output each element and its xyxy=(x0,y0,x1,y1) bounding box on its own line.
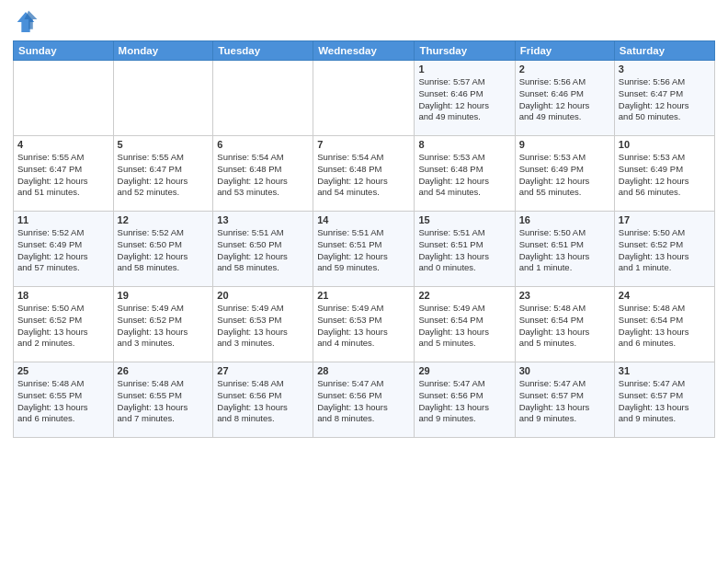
day-info: Sunrise: 5:48 AM Sunset: 6:55 PM Dayligh… xyxy=(17,378,109,425)
calendar-cell: 21Sunrise: 5:49 AM Sunset: 6:53 PM Dayli… xyxy=(313,287,415,362)
weekday-header: Friday xyxy=(515,41,614,61)
calendar-cell: 25Sunrise: 5:48 AM Sunset: 6:55 PM Dayli… xyxy=(14,362,114,438)
day-number: 23 xyxy=(519,290,610,301)
day-info: Sunrise: 5:57 AM Sunset: 6:46 PM Dayligh… xyxy=(418,76,510,123)
day-info: Sunrise: 5:48 AM Sunset: 6:54 PM Dayligh… xyxy=(519,303,610,350)
calendar-cell: 28Sunrise: 5:47 AM Sunset: 6:56 PM Dayli… xyxy=(313,362,415,438)
calendar-cell: 22Sunrise: 5:49 AM Sunset: 6:54 PM Dayli… xyxy=(415,287,515,362)
weekday-header: Monday xyxy=(113,41,213,61)
calendar-cell: 11Sunrise: 5:52 AM Sunset: 6:49 PM Dayli… xyxy=(14,212,114,287)
calendar-cell: 4Sunrise: 5:55 AM Sunset: 6:47 PM Daylig… xyxy=(14,136,114,212)
calendar-cell xyxy=(213,61,313,136)
day-number: 14 xyxy=(317,214,410,225)
day-info: Sunrise: 5:55 AM Sunset: 6:47 PM Dayligh… xyxy=(118,152,210,199)
day-info: Sunrise: 5:48 AM Sunset: 6:54 PM Dayligh… xyxy=(619,303,711,350)
calendar-cell xyxy=(313,61,415,136)
weekday-header: Saturday xyxy=(614,41,714,61)
day-info: Sunrise: 5:51 AM Sunset: 6:50 PM Dayligh… xyxy=(217,227,309,274)
calendar-cell: 20Sunrise: 5:49 AM Sunset: 6:53 PM Dayli… xyxy=(213,287,313,362)
day-number: 5 xyxy=(118,139,210,150)
day-info: Sunrise: 5:52 AM Sunset: 6:50 PM Dayligh… xyxy=(118,227,210,274)
day-number: 15 xyxy=(418,214,510,225)
calendar-table: SundayMondayTuesdayWednesdayThursdayFrid… xyxy=(13,40,715,438)
day-info: Sunrise: 5:49 AM Sunset: 6:53 PM Dayligh… xyxy=(317,303,410,350)
day-info: Sunrise: 5:53 AM Sunset: 6:49 PM Dayligh… xyxy=(519,152,610,199)
calendar-cell: 18Sunrise: 5:50 AM Sunset: 6:52 PM Dayli… xyxy=(14,287,114,362)
calendar-cell: 1Sunrise: 5:57 AM Sunset: 6:46 PM Daylig… xyxy=(415,61,515,136)
calendar-cell: 24Sunrise: 5:48 AM Sunset: 6:54 PM Dayli… xyxy=(614,287,714,362)
day-info: Sunrise: 5:51 AM Sunset: 6:51 PM Dayligh… xyxy=(317,227,410,274)
day-info: Sunrise: 5:49 AM Sunset: 6:54 PM Dayligh… xyxy=(418,303,510,350)
day-number: 10 xyxy=(619,139,711,150)
calendar-cell xyxy=(113,61,213,136)
day-number: 26 xyxy=(118,365,210,376)
day-number: 18 xyxy=(17,290,109,301)
day-number: 31 xyxy=(619,365,711,376)
day-number: 12 xyxy=(118,214,210,225)
day-number: 19 xyxy=(118,290,210,301)
day-info: Sunrise: 5:47 AM Sunset: 6:57 PM Dayligh… xyxy=(519,378,610,425)
day-number: 17 xyxy=(619,214,711,225)
calendar-cell: 19Sunrise: 5:49 AM Sunset: 6:52 PM Dayli… xyxy=(113,287,213,362)
day-info: Sunrise: 5:50 AM Sunset: 6:52 PM Dayligh… xyxy=(619,227,711,274)
day-info: Sunrise: 5:48 AM Sunset: 6:56 PM Dayligh… xyxy=(217,378,309,425)
day-number: 22 xyxy=(418,290,510,301)
weekday-header: Wednesday xyxy=(313,41,415,61)
logo-icon xyxy=(13,9,39,35)
day-info: Sunrise: 5:53 AM Sunset: 6:49 PM Dayligh… xyxy=(619,152,711,199)
weekday-header: Thursday xyxy=(415,41,515,61)
day-number: 3 xyxy=(619,63,711,75)
calendar-cell: 17Sunrise: 5:50 AM Sunset: 6:52 PM Dayli… xyxy=(614,212,714,287)
day-info: Sunrise: 5:48 AM Sunset: 6:55 PM Dayligh… xyxy=(118,378,210,425)
day-info: Sunrise: 5:47 AM Sunset: 6:57 PM Dayligh… xyxy=(619,378,711,425)
calendar-cell: 13Sunrise: 5:51 AM Sunset: 6:50 PM Dayli… xyxy=(213,212,313,287)
day-number: 16 xyxy=(519,214,610,225)
day-info: Sunrise: 5:54 AM Sunset: 6:48 PM Dayligh… xyxy=(317,152,410,199)
calendar-week-row: 11Sunrise: 5:52 AM Sunset: 6:49 PM Dayli… xyxy=(14,212,715,287)
calendar-cell: 8Sunrise: 5:53 AM Sunset: 6:48 PM Daylig… xyxy=(415,136,515,212)
calendar-cell: 31Sunrise: 5:47 AM Sunset: 6:57 PM Dayli… xyxy=(614,362,714,438)
day-number: 8 xyxy=(418,139,510,150)
day-info: Sunrise: 5:49 AM Sunset: 6:52 PM Dayligh… xyxy=(118,303,210,350)
calendar-cell: 9Sunrise: 5:53 AM Sunset: 6:49 PM Daylig… xyxy=(515,136,614,212)
day-number: 29 xyxy=(418,365,510,376)
page-header xyxy=(13,9,715,35)
day-info: Sunrise: 5:54 AM Sunset: 6:48 PM Dayligh… xyxy=(217,152,309,199)
day-number: 9 xyxy=(519,139,610,150)
day-info: Sunrise: 5:47 AM Sunset: 6:56 PM Dayligh… xyxy=(418,378,510,425)
day-info: Sunrise: 5:47 AM Sunset: 6:56 PM Dayligh… xyxy=(317,378,410,425)
day-number: 30 xyxy=(519,365,610,376)
day-info: Sunrise: 5:50 AM Sunset: 6:52 PM Dayligh… xyxy=(17,303,109,350)
day-info: Sunrise: 5:50 AM Sunset: 6:51 PM Dayligh… xyxy=(519,227,610,274)
calendar-cell: 30Sunrise: 5:47 AM Sunset: 6:57 PM Dayli… xyxy=(515,362,614,438)
calendar-week-row: 25Sunrise: 5:48 AM Sunset: 6:55 PM Dayli… xyxy=(14,362,715,438)
page-container: SundayMondayTuesdayWednesdayThursdayFrid… xyxy=(0,0,728,563)
calendar-cell: 3Sunrise: 5:56 AM Sunset: 6:47 PM Daylig… xyxy=(614,61,714,136)
day-number: 6 xyxy=(217,139,309,150)
day-info: Sunrise: 5:53 AM Sunset: 6:48 PM Dayligh… xyxy=(418,152,510,199)
day-number: 24 xyxy=(619,290,711,301)
day-number: 20 xyxy=(217,290,309,301)
calendar-cell: 14Sunrise: 5:51 AM Sunset: 6:51 PM Dayli… xyxy=(313,212,415,287)
weekday-header: Tuesday xyxy=(213,41,313,61)
day-number: 25 xyxy=(17,365,109,376)
calendar-cell xyxy=(14,61,114,136)
day-info: Sunrise: 5:55 AM Sunset: 6:47 PM Dayligh… xyxy=(17,152,109,199)
day-number: 21 xyxy=(317,290,410,301)
calendar-cell: 5Sunrise: 5:55 AM Sunset: 6:47 PM Daylig… xyxy=(113,136,213,212)
calendar-week-row: 18Sunrise: 5:50 AM Sunset: 6:52 PM Dayli… xyxy=(14,287,715,362)
calendar-cell: 2Sunrise: 5:56 AM Sunset: 6:46 PM Daylig… xyxy=(515,61,614,136)
day-number: 27 xyxy=(217,365,309,376)
calendar-cell: 7Sunrise: 5:54 AM Sunset: 6:48 PM Daylig… xyxy=(313,136,415,212)
day-info: Sunrise: 5:56 AM Sunset: 6:47 PM Dayligh… xyxy=(619,76,711,123)
calendar-cell: 6Sunrise: 5:54 AM Sunset: 6:48 PM Daylig… xyxy=(213,136,313,212)
day-info: Sunrise: 5:52 AM Sunset: 6:49 PM Dayligh… xyxy=(17,227,109,274)
calendar-cell: 26Sunrise: 5:48 AM Sunset: 6:55 PM Dayli… xyxy=(113,362,213,438)
day-number: 4 xyxy=(17,139,109,150)
weekday-header: Sunday xyxy=(14,41,114,61)
day-number: 13 xyxy=(217,214,309,225)
day-number: 28 xyxy=(317,365,410,376)
calendar-week-row: 4Sunrise: 5:55 AM Sunset: 6:47 PM Daylig… xyxy=(14,136,715,212)
day-info: Sunrise: 5:49 AM Sunset: 6:53 PM Dayligh… xyxy=(217,303,309,350)
day-number: 7 xyxy=(317,139,410,150)
